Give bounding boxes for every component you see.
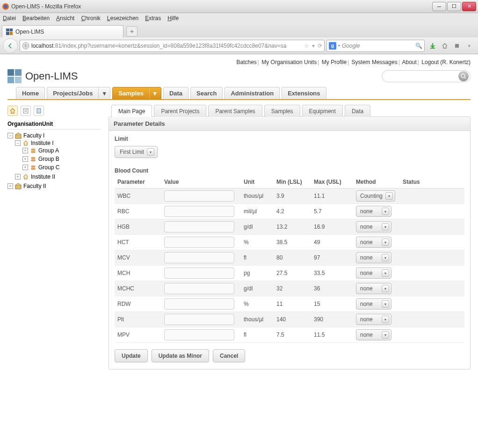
chevron-down-icon[interactable]: ▾ bbox=[385, 192, 393, 200]
chevron-down-icon[interactable]: ▾ bbox=[382, 316, 389, 323]
tree-doc-icon[interactable] bbox=[34, 106, 44, 116]
subtab-data[interactable]: Data bbox=[345, 105, 370, 117]
method-select[interactable]: none▾ bbox=[356, 314, 391, 325]
value-input[interactable] bbox=[164, 190, 234, 202]
dropdown-icon[interactable]: ▾ bbox=[312, 43, 315, 49]
tree-expand-icon[interactable]: + bbox=[22, 156, 28, 162]
search-dropdown-icon[interactable]: ▾ bbox=[338, 43, 340, 48]
app-search-input[interactable] bbox=[386, 73, 458, 79]
menu-file[interactable]: Datei bbox=[3, 15, 16, 22]
tree-expand-icon[interactable]: + bbox=[22, 165, 28, 170]
home-icon[interactable] bbox=[441, 42, 449, 50]
tab-search[interactable]: Search bbox=[190, 87, 223, 99]
chevron-down-icon[interactable]: ▾ bbox=[149, 87, 161, 99]
browser-search-box[interactable]: g ▾ Google 🔍 bbox=[326, 40, 425, 52]
link-messages[interactable]: System Messages bbox=[352, 59, 398, 65]
value-input[interactable] bbox=[164, 221, 234, 232]
update-minor-button[interactable]: Update as Minor bbox=[152, 349, 209, 362]
tree-node-label[interactable]: Group B bbox=[38, 156, 59, 162]
tree-expand-icon[interactable]: + bbox=[15, 174, 21, 180]
chevron-down-icon[interactable]: ▾ bbox=[382, 285, 389, 292]
subtab-parent-samples[interactable]: Parent Samples bbox=[208, 105, 262, 117]
window-minimize-button[interactable]: ─ bbox=[432, 2, 446, 11]
chevron-down-icon[interactable]: ▾ bbox=[382, 223, 389, 231]
tree-node-label[interactable]: Group C bbox=[38, 164, 59, 171]
value-input[interactable] bbox=[164, 237, 234, 248]
chevron-down-icon[interactable]: ▾ bbox=[147, 148, 154, 156]
menu-chevron-icon[interactable]: ▾ bbox=[465, 42, 473, 50]
nav-back-button[interactable] bbox=[3, 38, 18, 53]
tree-collapse-icon[interactable]: − bbox=[15, 140, 21, 146]
method-select[interactable]: none▾ bbox=[356, 283, 391, 294]
subtab-equipment[interactable]: Equipment bbox=[302, 105, 343, 117]
method-select[interactable]: none▾ bbox=[356, 221, 391, 232]
menu-bookmarks[interactable]: Lesezeichen bbox=[107, 15, 138, 22]
chevron-down-icon[interactable]: ▾ bbox=[382, 254, 389, 261]
browser-tab[interactable]: Open-LIMS bbox=[2, 25, 123, 37]
subtab-main-page[interactable]: Main Page bbox=[111, 105, 152, 117]
value-input[interactable] bbox=[164, 206, 234, 217]
subtab-parent-projects[interactable]: Parent Projects bbox=[154, 105, 206, 117]
link-batches[interactable]: Batches bbox=[236, 59, 256, 65]
chevron-down-icon[interactable]: ▾ bbox=[382, 208, 389, 215]
window-close-button[interactable]: ✕ bbox=[462, 2, 476, 11]
value-input[interactable] bbox=[164, 329, 234, 340]
link-profile[interactable]: My Profile bbox=[322, 59, 347, 65]
tab-home[interactable]: Home bbox=[16, 87, 45, 99]
method-select[interactable]: none▾ bbox=[356, 206, 391, 217]
window-maximize-button[interactable]: ☐ bbox=[447, 2, 461, 11]
tree-collapse-icon[interactable]: − bbox=[7, 133, 13, 138]
tab-data[interactable]: Data bbox=[163, 87, 188, 99]
tree-expand-icon[interactable]: + bbox=[7, 183, 13, 189]
link-org-units[interactable]: My Organisation Units bbox=[261, 59, 317, 65]
menu-view[interactable]: Ansicht bbox=[56, 15, 74, 22]
method-select[interactable]: Counting▾ bbox=[356, 190, 395, 202]
download-icon[interactable] bbox=[428, 42, 437, 50]
limit-select[interactable]: First Limit ▾ bbox=[115, 146, 158, 158]
tree-node-label[interactable]: Faculty I bbox=[23, 132, 44, 139]
url-bar[interactable]: localhost:81/index.php?username=konertz&… bbox=[20, 40, 325, 52]
menu-edit[interactable]: Bearbeiten bbox=[22, 15, 50, 22]
cancel-button[interactable]: Cancel bbox=[213, 349, 245, 362]
menu-extras[interactable]: Extras bbox=[145, 15, 161, 22]
tree-node-label[interactable]: Group A bbox=[38, 147, 59, 154]
menu-history[interactable]: Chronik bbox=[81, 15, 100, 22]
value-input[interactable] bbox=[164, 314, 234, 325]
tab-samples[interactable]: Samples▾ bbox=[112, 87, 161, 99]
chevron-down-icon[interactable]: ▾ bbox=[382, 300, 389, 308]
method-select[interactable]: none▾ bbox=[356, 329, 391, 340]
search-magnifier-icon[interactable]: 🔍 bbox=[415, 43, 422, 49]
tab-extensions[interactable]: Extensions bbox=[282, 87, 326, 99]
tree-node-label[interactable]: Institute II bbox=[31, 173, 55, 180]
method-select[interactable]: none▾ bbox=[356, 237, 391, 248]
tree-home-icon[interactable] bbox=[7, 106, 18, 116]
tab-projects[interactable]: Projects/Jobs▾ bbox=[47, 87, 110, 99]
update-button[interactable]: Update bbox=[115, 349, 148, 362]
tree-node-label[interactable]: Faculty II bbox=[23, 183, 46, 189]
method-select[interactable]: none▾ bbox=[356, 298, 391, 310]
value-input[interactable] bbox=[164, 252, 234, 263]
chevron-down-icon[interactable]: ▾ bbox=[382, 331, 389, 339]
addon-icon[interactable] bbox=[453, 42, 461, 50]
link-about[interactable]: About bbox=[402, 59, 416, 65]
subtab-samples[interactable]: Samples bbox=[264, 105, 300, 117]
chevron-down-icon[interactable]: ▾ bbox=[98, 87, 110, 99]
menu-help[interactable]: Hilfe bbox=[167, 15, 179, 22]
new-tab-button[interactable]: + bbox=[126, 26, 138, 36]
app-search-box[interactable] bbox=[382, 70, 471, 82]
reload-icon[interactable]: ⟳ bbox=[318, 43, 322, 49]
tree-expand-icon[interactable]: + bbox=[22, 148, 28, 153]
tab-administration[interactable]: Administration bbox=[225, 87, 280, 99]
method-select[interactable]: none▾ bbox=[356, 252, 391, 263]
value-input[interactable] bbox=[164, 283, 234, 294]
value-input[interactable] bbox=[164, 267, 234, 279]
tree-detail-icon[interactable] bbox=[21, 106, 31, 116]
method-select[interactable]: none▾ bbox=[356, 267, 391, 279]
link-logout[interactable]: Logout (R. Konertz) bbox=[421, 59, 471, 65]
tree-node-label[interactable]: Institute I bbox=[31, 140, 54, 146]
chevron-down-icon[interactable]: ▾ bbox=[382, 269, 389, 277]
value-input[interactable] bbox=[164, 298, 234, 310]
chevron-down-icon[interactable]: ▾ bbox=[382, 238, 389, 246]
star-icon[interactable]: ☆ bbox=[304, 43, 309, 49]
app-search-button[interactable] bbox=[458, 71, 469, 81]
